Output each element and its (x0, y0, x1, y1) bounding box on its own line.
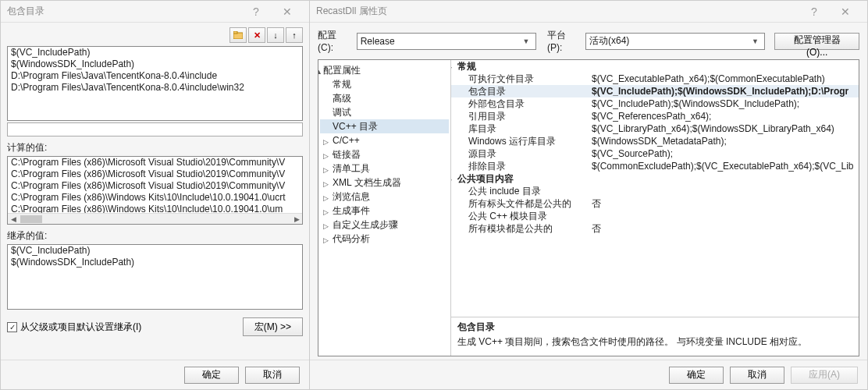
ok-button[interactable]: 确定 (184, 367, 239, 384)
property-value[interactable]: 否 (592, 222, 859, 235)
property-row[interactable]: 排除目录$(CommonExcludePath);$(VC_Executable… (451, 160, 859, 172)
help-icon[interactable]: ? (240, 2, 272, 22)
titlebar-left: 包含目录 ? ✕ (1, 1, 309, 23)
tree-root[interactable]: ▲配置属性 (320, 63, 449, 77)
cancel-button[interactable]: 取消 (730, 367, 784, 384)
scroll-right-icon[interactable]: ▶ (291, 214, 302, 224)
property-value[interactable]: $(VC_LibraryPath_x64);$(WindowsSDK_Libra… (592, 122, 859, 135)
tree-item-label: 浏览信息 (333, 191, 370, 202)
property-row[interactable]: 外部包含目录$(VC_IncludePath);$(WindowsSDK_Inc… (451, 98, 859, 110)
calculated-list[interactable]: C:\Program Files (x86)\Microsoft Visual … (7, 156, 303, 225)
property-value[interactable]: $(VC_ReferencesPath_x64); (592, 110, 859, 122)
scroll-left-icon[interactable]: ◀ (8, 214, 19, 224)
description-title: 包含目录 (457, 321, 852, 334)
cancel-button[interactable]: 取消 (245, 367, 300, 384)
tri-right-icon: ▷ (323, 136, 329, 148)
property-value[interactable] (592, 185, 859, 197)
svg-rect-1 (233, 31, 237, 34)
platform-label: 平台(P): (547, 29, 581, 53)
dialog-title: 包含目录 (7, 5, 240, 18)
tree-item[interactable]: 高级 (320, 91, 449, 105)
property-value[interactable]: $(VC_ExecutablePath_x64);$(CommonExecuta… (592, 73, 859, 85)
tree-item[interactable]: ▷自定义生成步骤 (320, 218, 449, 232)
property-value[interactable]: $(WindowsSDK_MetadataPath); (592, 135, 859, 147)
tree-item[interactable]: ▷代码分析 (320, 232, 449, 246)
property-row[interactable]: 可执行文件目录$(VC_ExecutablePath_x64);$(Common… (451, 73, 859, 85)
list-item[interactable]: $(WindowsSDK_IncludePath) (8, 58, 302, 70)
property-key: 公共 include 目录 (451, 185, 592, 197)
tree-item-label: 调试 (333, 107, 351, 118)
property-key: 库目录 (451, 122, 592, 135)
config-combo[interactable]: Release ▼ (357, 33, 536, 50)
tri-right-icon: ▷ (323, 164, 329, 176)
property-key: 包含目录 (451, 85, 592, 98)
property-value[interactable]: $(CommonExcludePath);$(VC_ExecutablePath… (592, 160, 859, 172)
property-group[interactable]: ▾常规 (451, 60, 859, 73)
tree-item-label: 高级 (333, 93, 351, 104)
property-row[interactable]: 公共 C++ 模块目录 (451, 210, 859, 222)
tree-item[interactable]: 调试 (320, 105, 449, 119)
move-up-icon[interactable]: ↑ (286, 27, 303, 43)
inherit-row: ✓ 从父级或项目默认设置继承(I) 宏(M) >> (7, 317, 303, 336)
paths-list[interactable]: $(VC_IncludePath) $(WindowsSDK_IncludePa… (7, 46, 303, 121)
property-row[interactable]: 所有模块都是公共的否 (451, 222, 859, 235)
property-row[interactable]: 所有标头文件都是公共的否 (451, 197, 859, 210)
property-row[interactable]: Windows 运行库目录$(WindowsSDK_MetadataPath); (451, 135, 859, 147)
tree-item[interactable]: ▷生成事件 (320, 204, 449, 218)
tree-item[interactable]: 常规 (320, 77, 449, 91)
scroll-thumb[interactable] (20, 215, 42, 223)
list-item: C:\Program Files (x86)\Microsoft Visual … (8, 168, 302, 180)
left-body: ✕ ↓ ↑ $(VC_IncludePath) $(WindowsSDK_Inc… (1, 23, 309, 360)
property-value[interactable]: $(VC_IncludePath);$(WindowsSDK_IncludePa… (592, 85, 859, 98)
property-value[interactable] (592, 210, 859, 222)
property-row[interactable]: 源目录$(VC_SourcePath); (451, 147, 859, 160)
tri-right-icon: ▷ (323, 192, 329, 204)
tri-right-icon: ▷ (323, 206, 329, 218)
list-item[interactable]: $(VC_IncludePath) (8, 47, 302, 58)
inherit-label[interactable]: 从父级或项目默认设置继承(I) (20, 321, 141, 334)
new-path-input[interactable] (7, 122, 303, 136)
description-text: 生成 VC++ 项目期间，搜索包含文件时使用的路径。 与环境变量 INCLUDE… (457, 335, 852, 349)
inherit-checkbox[interactable]: ✓ (7, 322, 17, 332)
macros-button[interactable]: 宏(M) >> (243, 317, 303, 336)
tree-item[interactable]: VC++ 目录 (320, 119, 449, 133)
tree[interactable]: ▲配置属性 常规高级调试VC++ 目录▷C/C++▷链接器▷清单工具▷XML 文… (318, 60, 451, 356)
new-folder-icon[interactable] (229, 27, 247, 43)
inherited-label: 继承的值: (7, 229, 303, 243)
move-down-icon[interactable]: ↓ (267, 27, 284, 43)
property-row[interactable]: 库目录$(VC_LibraryPath_x64);$(WindowsSDK_Li… (451, 122, 859, 135)
close-icon[interactable]: ✕ (830, 2, 861, 22)
tri-right-icon: ▷ (323, 150, 329, 162)
property-key: Windows 运行库目录 (451, 135, 592, 147)
property-group[interactable]: ▾公共项目内容 (451, 172, 859, 185)
help-icon[interactable]: ? (799, 2, 830, 22)
property-key: 所有标头文件都是公共的 (451, 197, 592, 210)
property-value[interactable]: 否 (592, 197, 859, 210)
list-item[interactable]: D:\Program Files\Java\TencentKona-8.0.4\… (8, 70, 302, 82)
property-key: 外部包含目录 (451, 98, 592, 110)
tree-item[interactable]: ▷C/C++ (320, 133, 449, 147)
list-item[interactable]: D:\Program Files\Java\TencentKona-8.0.4\… (8, 82, 302, 94)
tree-item[interactable]: ▷XML 文档生成器 (320, 176, 449, 190)
property-row[interactable]: 公共 include 目录 (451, 185, 859, 197)
platform-combo[interactable]: 活动(x64) ▼ (585, 33, 765, 50)
tree-item[interactable]: ▷清单工具 (320, 161, 449, 176)
apply-button[interactable]: 应用(A) (791, 367, 858, 384)
ok-button[interactable]: 确定 (669, 367, 724, 384)
property-grid[interactable]: ▾常规可执行文件目录$(VC_ExecutablePath_x64);$(Com… (451, 60, 859, 317)
list-item: C:\Program Files (x86)\Windows Kits\10\I… (8, 192, 302, 204)
property-key: 公共 C++ 模块目录 (451, 210, 592, 222)
delete-icon[interactable]: ✕ (248, 27, 265, 43)
tree-item[interactable]: ▷浏览信息 (320, 190, 449, 204)
scrollbar-horizontal[interactable]: ◀ ▶ (8, 213, 302, 224)
property-value[interactable]: $(VC_IncludePath);$(WindowsSDK_IncludePa… (592, 98, 859, 110)
toolbar: ✕ ↓ ↑ (7, 27, 303, 43)
inherited-list[interactable]: $(VC_IncludePath) $(WindowsSDK_IncludePa… (7, 244, 303, 310)
property-row[interactable]: 包含目录$(VC_IncludePath);$(WindowsSDK_Inclu… (451, 85, 859, 98)
property-value[interactable]: $(VC_SourcePath); (592, 147, 859, 160)
property-row[interactable]: 引用目录$(VC_ReferencesPath_x64); (451, 110, 859, 122)
config-manager-button[interactable]: 配置管理器(O)... (774, 33, 859, 50)
tree-item[interactable]: ▷链接器 (320, 147, 449, 161)
close-icon[interactable]: ✕ (272, 2, 303, 22)
tree-root-label: 配置属性 (323, 65, 361, 76)
